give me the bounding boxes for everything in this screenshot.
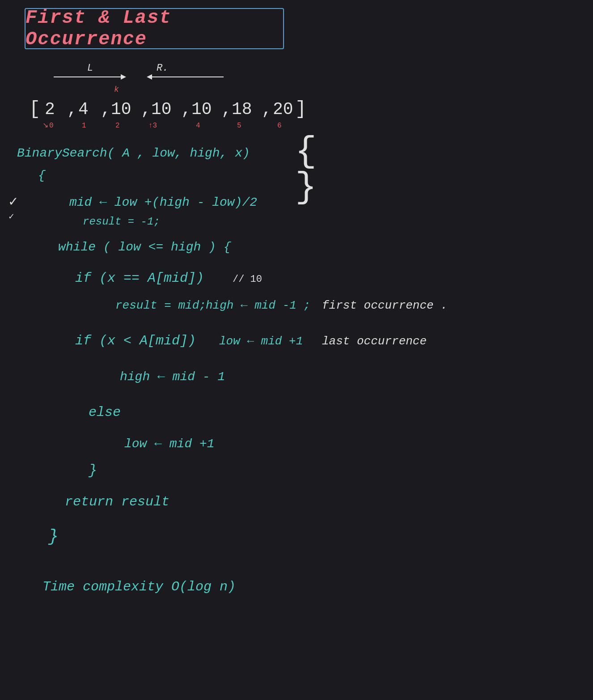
svg-text:0: 0	[49, 122, 54, 130]
svg-text:k: k	[114, 85, 119, 94]
svg-text:10: 10	[191, 100, 212, 119]
svg-text:✓: ✓	[8, 212, 15, 221]
content-svg: L R. k [ 2 , 4 , 10 , 10 , 10 , 18 , 20 …	[0, 0, 593, 700]
svg-text:Time complexity  O(log n): Time complexity O(log n)	[42, 579, 236, 594]
title-box: First & Last Occurrence	[25, 8, 284, 49]
svg-text:,: ,	[181, 100, 191, 119]
svg-text:↘: ↘	[42, 122, 48, 130]
svg-text:// 10: // 10	[233, 274, 262, 285]
svg-text:L: L	[87, 63, 93, 74]
svg-text:{: {	[295, 131, 317, 172]
svg-text:18: 18	[232, 100, 252, 119]
svg-text:}: }	[48, 527, 59, 546]
svg-text:BinarySearch( A  ,  low,   hig: BinarySearch( A , low, high, x)	[17, 146, 250, 160]
svg-text:while ( low <= high ) {: while ( low <= high ) {	[58, 240, 232, 254]
svg-marker-2	[121, 74, 126, 80]
svg-text:last  occurrence: last occurrence	[322, 335, 427, 348]
svg-text:low ← mid +1: low ← mid +1	[124, 437, 215, 451]
svg-text:if (x ==  A[mid]): if (x == A[mid])	[75, 271, 204, 286]
svg-text:return       result: return result	[65, 494, 169, 509]
svg-text:high ← mid - 1: high ← mid - 1	[120, 370, 225, 384]
svg-text:high ← mid -1 ;: high ← mid -1 ;	[206, 299, 310, 312]
svg-text:4: 4	[196, 122, 200, 130]
svg-text:mid ← low +(high - low)/2: mid ← low +(high - low)/2	[69, 195, 257, 209]
svg-text:↑3: ↑3	[148, 122, 157, 130]
svg-text:result = -1;: result = -1;	[83, 216, 160, 228]
svg-text:result = mid;: result = mid;	[115, 299, 206, 312]
svg-text:,: ,	[262, 100, 272, 119]
svg-text:1: 1	[82, 122, 86, 130]
svg-text:[: [	[29, 98, 40, 120]
page-title: First & Last Occurrence	[25, 7, 283, 50]
svg-text:,: ,	[141, 100, 151, 119]
svg-text:,: ,	[101, 100, 111, 119]
svg-text:,: ,	[67, 100, 77, 119]
svg-marker-5	[147, 74, 152, 80]
svg-text:5: 5	[237, 122, 241, 130]
svg-text:low ← mid +1: low ← mid +1	[219, 335, 303, 348]
svg-text:,: ,	[221, 100, 232, 119]
svg-text:2: 2	[45, 100, 55, 119]
svg-text:if (x <  A[mid]): if (x < A[mid])	[75, 333, 196, 348]
svg-text:{: {	[38, 169, 46, 182]
svg-text:10: 10	[111, 100, 131, 119]
svg-text:10: 10	[151, 100, 172, 119]
svg-text:first  occurrence .: first occurrence .	[322, 299, 448, 312]
svg-text:}: }	[295, 167, 317, 208]
svg-text:R.: R.	[157, 63, 168, 74]
svg-text:✓: ✓	[8, 195, 18, 209]
main-canvas: First & Last Occurrence L R. k [ 2 , 4 ,…	[0, 0, 593, 700]
svg-text:20: 20	[273, 100, 293, 119]
svg-text:else: else	[89, 405, 121, 420]
svg-text:}: }	[88, 462, 97, 479]
svg-text:6: 6	[277, 122, 282, 130]
svg-text:]: ]	[295, 98, 306, 120]
svg-text:2: 2	[115, 122, 120, 130]
svg-text:4: 4	[78, 100, 89, 119]
